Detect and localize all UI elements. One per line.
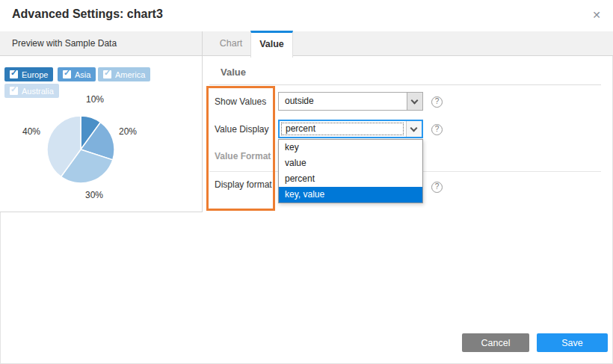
- help-icon-show-values[interactable]: ?: [431, 96, 443, 108]
- display-format-label: Display format: [215, 179, 272, 190]
- dropdown-option-value[interactable]: value: [279, 155, 422, 171]
- dropdown-option-percent[interactable]: percent: [279, 171, 422, 187]
- help-icon-value-display[interactable]: ?: [431, 124, 443, 135]
- value-display-dropdown-list: key value percent key, value: [278, 139, 423, 203]
- show-values-selected-value: outside: [285, 96, 314, 106]
- advanced-settings-dialog: Advanced Settings: chart3 ✕ Preview with…: [0, 0, 613, 364]
- chevron-down-icon[interactable]: [406, 121, 422, 137]
- tab-chart[interactable]: Chart: [212, 31, 250, 56]
- tab-value[interactable]: Value: [250, 31, 293, 58]
- dropdown-option-key-value[interactable]: key, value: [279, 187, 422, 203]
- chevron-down-icon[interactable]: [407, 93, 422, 110]
- pie-value-label-10: 10%: [86, 94, 104, 105]
- value-display-selected-value: percent: [286, 123, 315, 134]
- show-values-select[interactable]: outside: [278, 92, 423, 111]
- preview-panel-header: Preview with Sample Data: [0, 31, 203, 56]
- show-values-label: Show Values: [215, 96, 266, 107]
- dropdown-option-key[interactable]: key: [279, 140, 422, 155]
- value-display-label: Value Display: [215, 124, 268, 135]
- section-title-value: Value: [221, 67, 246, 78]
- section-divider: [209, 84, 601, 85]
- help-icon-display-format[interactable]: ?: [431, 182, 443, 193]
- value-format-label: Value Format: [215, 151, 271, 161]
- pie-value-label-40: 40%: [22, 126, 40, 137]
- preview-panel: ✓ Europe ✓ Asia ✓ America ✓ Australia 10…: [0, 56, 203, 212]
- pie-value-label-30: 30%: [85, 190, 103, 200]
- title-bar: Advanced Settings: chart3 ✕: [0, 0, 613, 31]
- close-icon[interactable]: ✕: [592, 8, 601, 22]
- dialog-title: Advanced Settings: chart3: [12, 7, 163, 21]
- save-button[interactable]: Save: [537, 333, 608, 352]
- value-display-select[interactable]: percent: [278, 120, 423, 138]
- cancel-button[interactable]: Cancel: [462, 333, 529, 352]
- pie-value-label-20: 20%: [119, 126, 137, 137]
